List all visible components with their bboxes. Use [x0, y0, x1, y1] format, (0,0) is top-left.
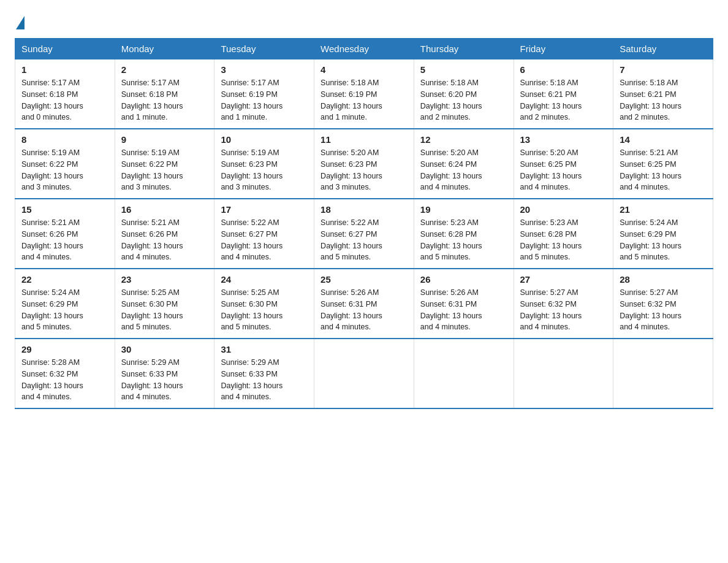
- calendar-cell: 10 Sunrise: 5:19 AM Sunset: 6:23 PM Dayl…: [214, 129, 314, 199]
- day-info: Sunrise: 5:19 AM Sunset: 6:22 PM Dayligh…: [21, 147, 108, 193]
- header-wednesday: Wednesday: [314, 39, 414, 59]
- calendar-cell: 13 Sunrise: 5:20 AM Sunset: 6:25 PM Dayl…: [514, 129, 613, 199]
- day-info: Sunrise: 5:23 AM Sunset: 6:28 PM Dayligh…: [420, 217, 507, 263]
- day-number: 18: [320, 204, 408, 215]
- day-info: Sunrise: 5:29 AM Sunset: 6:33 PM Dayligh…: [221, 357, 308, 403]
- calendar-week-row: 15 Sunrise: 5:21 AM Sunset: 6:26 PM Dayl…: [15, 199, 713, 269]
- day-info: Sunrise: 5:21 AM Sunset: 6:25 PM Dayligh…: [620, 147, 707, 193]
- calendar-cell: 22 Sunrise: 5:24 AM Sunset: 6:29 PM Dayl…: [15, 269, 115, 339]
- calendar-cell: [613, 339, 713, 408]
- day-info: Sunrise: 5:20 AM Sunset: 6:23 PM Dayligh…: [320, 147, 408, 193]
- calendar-week-row: 29 Sunrise: 5:28 AM Sunset: 6:32 PM Dayl…: [15, 339, 713, 408]
- calendar-cell: [514, 339, 613, 408]
- day-number: 26: [420, 274, 507, 285]
- day-number: 4: [320, 64, 408, 75]
- day-info: Sunrise: 5:25 AM Sunset: 6:30 PM Dayligh…: [221, 287, 308, 333]
- calendar-cell: 17 Sunrise: 5:22 AM Sunset: 6:27 PM Dayl…: [214, 199, 314, 269]
- day-info: Sunrise: 5:19 AM Sunset: 6:22 PM Dayligh…: [121, 147, 208, 193]
- day-number: 5: [420, 64, 507, 75]
- day-info: Sunrise: 5:18 AM Sunset: 6:21 PM Dayligh…: [520, 77, 607, 123]
- day-info: Sunrise: 5:17 AM Sunset: 6:18 PM Dayligh…: [21, 77, 108, 123]
- day-info: Sunrise: 5:26 AM Sunset: 6:31 PM Dayligh…: [320, 287, 408, 333]
- header-friday: Friday: [514, 39, 613, 59]
- day-info: Sunrise: 5:25 AM Sunset: 6:30 PM Dayligh…: [121, 287, 208, 333]
- calendar-cell: 15 Sunrise: 5:21 AM Sunset: 6:26 PM Dayl…: [15, 199, 115, 269]
- day-number: 3: [221, 64, 308, 75]
- day-number: 30: [121, 344, 208, 354]
- header-saturday: Saturday: [613, 39, 713, 59]
- calendar-cell: 25 Sunrise: 5:26 AM Sunset: 6:31 PM Dayl…: [314, 269, 414, 339]
- calendar-cell: 12 Sunrise: 5:20 AM Sunset: 6:24 PM Dayl…: [414, 129, 514, 199]
- calendar-week-row: 1 Sunrise: 5:17 AM Sunset: 6:18 PM Dayli…: [15, 59, 713, 129]
- page-header: [15, 15, 713, 28]
- calendar-cell: 18 Sunrise: 5:22 AM Sunset: 6:27 PM Dayl…: [314, 199, 414, 269]
- day-number: 16: [121, 204, 208, 215]
- day-info: Sunrise: 5:18 AM Sunset: 6:21 PM Dayligh…: [620, 77, 707, 123]
- day-info: Sunrise: 5:17 AM Sunset: 6:19 PM Dayligh…: [221, 77, 308, 123]
- day-info: Sunrise: 5:22 AM Sunset: 6:27 PM Dayligh…: [320, 217, 408, 263]
- day-number: 8: [21, 134, 108, 145]
- calendar-cell: 26 Sunrise: 5:26 AM Sunset: 6:31 PM Dayl…: [414, 269, 514, 339]
- calendar-cell: 27 Sunrise: 5:27 AM Sunset: 6:32 PM Dayl…: [514, 269, 613, 339]
- day-number: 21: [620, 204, 707, 215]
- day-info: Sunrise: 5:17 AM Sunset: 6:18 PM Dayligh…: [121, 77, 208, 123]
- day-number: 10: [221, 134, 308, 145]
- day-number: 11: [320, 134, 408, 145]
- day-info: Sunrise: 5:21 AM Sunset: 6:26 PM Dayligh…: [21, 217, 108, 263]
- day-number: 14: [620, 134, 707, 145]
- calendar-cell: 23 Sunrise: 5:25 AM Sunset: 6:30 PM Dayl…: [115, 269, 214, 339]
- day-number: 12: [420, 134, 507, 145]
- day-number: 19: [420, 204, 507, 215]
- calendar-cell: 14 Sunrise: 5:21 AM Sunset: 6:25 PM Dayl…: [613, 129, 713, 199]
- day-number: 1: [21, 64, 108, 75]
- day-number: 6: [520, 64, 607, 75]
- day-number: 28: [620, 274, 707, 285]
- day-number: 29: [21, 344, 108, 354]
- calendar-cell: 8 Sunrise: 5:19 AM Sunset: 6:22 PM Dayli…: [15, 129, 115, 199]
- calendar-cell: 28 Sunrise: 5:27 AM Sunset: 6:32 PM Dayl…: [613, 269, 713, 339]
- day-number: 2: [121, 64, 208, 75]
- day-info: Sunrise: 5:20 AM Sunset: 6:24 PM Dayligh…: [420, 147, 507, 193]
- calendar-cell: 3 Sunrise: 5:17 AM Sunset: 6:19 PM Dayli…: [214, 59, 314, 129]
- calendar-table: SundayMondayTuesdayWednesdayThursdayFrid…: [15, 38, 713, 409]
- day-number: 20: [520, 204, 607, 215]
- calendar-cell: 4 Sunrise: 5:18 AM Sunset: 6:19 PM Dayli…: [314, 59, 414, 129]
- day-info: Sunrise: 5:27 AM Sunset: 6:32 PM Dayligh…: [620, 287, 707, 333]
- calendar-cell: [414, 339, 514, 408]
- calendar-cell: 30 Sunrise: 5:29 AM Sunset: 6:33 PM Dayl…: [115, 339, 214, 408]
- calendar-cell: 29 Sunrise: 5:28 AM Sunset: 6:32 PM Dayl…: [15, 339, 115, 408]
- day-info: Sunrise: 5:18 AM Sunset: 6:19 PM Dayligh…: [320, 77, 408, 123]
- calendar-cell: 24 Sunrise: 5:25 AM Sunset: 6:30 PM Dayl…: [214, 269, 314, 339]
- day-number: 17: [221, 204, 308, 215]
- calendar-cell: 21 Sunrise: 5:24 AM Sunset: 6:29 PM Dayl…: [613, 199, 713, 269]
- calendar-cell: 19 Sunrise: 5:23 AM Sunset: 6:28 PM Dayl…: [414, 199, 514, 269]
- day-number: 13: [520, 134, 607, 145]
- day-number: 27: [520, 274, 607, 285]
- day-info: Sunrise: 5:28 AM Sunset: 6:32 PM Dayligh…: [21, 357, 108, 403]
- day-number: 22: [21, 274, 108, 285]
- day-number: 7: [620, 64, 707, 75]
- header-monday: Monday: [115, 39, 214, 59]
- calendar-week-row: 22 Sunrise: 5:24 AM Sunset: 6:29 PM Dayl…: [15, 269, 713, 339]
- day-number: 24: [221, 274, 308, 285]
- day-number: 31: [221, 344, 308, 354]
- day-info: Sunrise: 5:29 AM Sunset: 6:33 PM Dayligh…: [121, 357, 208, 403]
- day-info: Sunrise: 5:19 AM Sunset: 6:23 PM Dayligh…: [221, 147, 308, 193]
- day-number: 25: [320, 274, 408, 285]
- day-number: 15: [21, 204, 108, 215]
- calendar-cell: 16 Sunrise: 5:21 AM Sunset: 6:26 PM Dayl…: [115, 199, 214, 269]
- day-info: Sunrise: 5:18 AM Sunset: 6:20 PM Dayligh…: [420, 77, 507, 123]
- day-info: Sunrise: 5:22 AM Sunset: 6:27 PM Dayligh…: [221, 217, 308, 263]
- header-thursday: Thursday: [414, 39, 514, 59]
- calendar-cell: 6 Sunrise: 5:18 AM Sunset: 6:21 PM Dayli…: [514, 59, 613, 129]
- calendar-cell: 1 Sunrise: 5:17 AM Sunset: 6:18 PM Dayli…: [15, 59, 115, 129]
- calendar-cell: 2 Sunrise: 5:17 AM Sunset: 6:18 PM Dayli…: [115, 59, 214, 129]
- calendar-cell: 31 Sunrise: 5:29 AM Sunset: 6:33 PM Dayl…: [214, 339, 314, 408]
- calendar-cell: 5 Sunrise: 5:18 AM Sunset: 6:20 PM Dayli…: [414, 59, 514, 129]
- calendar-cell: 7 Sunrise: 5:18 AM Sunset: 6:21 PM Dayli…: [613, 59, 713, 129]
- header-tuesday: Tuesday: [214, 39, 314, 59]
- logo: [15, 15, 26, 28]
- day-info: Sunrise: 5:20 AM Sunset: 6:25 PM Dayligh…: [520, 147, 607, 193]
- day-info: Sunrise: 5:26 AM Sunset: 6:31 PM Dayligh…: [420, 287, 507, 333]
- calendar-cell: 20 Sunrise: 5:23 AM Sunset: 6:28 PM Dayl…: [514, 199, 613, 269]
